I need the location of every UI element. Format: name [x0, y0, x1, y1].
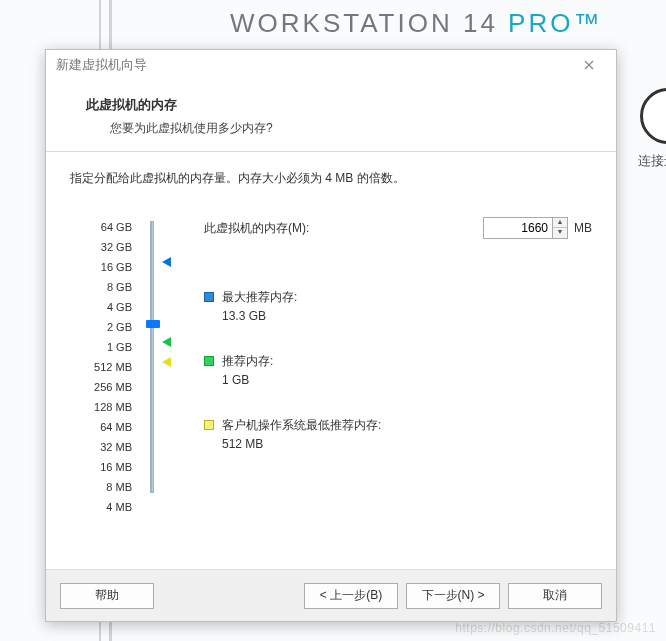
scale-tick: 32 GB	[70, 237, 138, 257]
memory-unit: MB	[574, 221, 592, 235]
help-button[interactable]: 帮助	[60, 583, 154, 609]
triangle-yellow-icon	[162, 357, 171, 367]
app-title-pro: PRO™	[508, 8, 602, 38]
memory-spinner: ▲ ▼ MB	[483, 217, 592, 239]
scale-tick: 1 GB	[70, 337, 138, 357]
memory-slider-thumb[interactable]	[146, 320, 160, 328]
cancel-button[interactable]: 取消	[508, 583, 602, 609]
dialog-titlebar[interactable]: 新建虚拟机向导	[46, 50, 616, 80]
marker-recommended	[162, 337, 171, 347]
rec-min-block: 客户机操作系统最低推荐内存: 512 MB	[204, 417, 592, 451]
scale-tick: 64 MB	[70, 417, 138, 437]
scale-tick: 64 GB	[70, 217, 138, 237]
connect-remote-label: 连接远	[638, 152, 666, 170]
memory-slider-track[interactable]	[144, 217, 194, 517]
watermark-text: https://blog.csdn.net/qq_51509411	[455, 621, 656, 635]
scale-tick: 16 MB	[70, 457, 138, 477]
header-subtitle: 您要为此虚拟机使用多少内存?	[110, 120, 592, 137]
memory-input-row: 此虚拟机的内存(M): ▲ ▼ MB	[204, 217, 592, 239]
memory-right-column: 此虚拟机的内存(M): ▲ ▼ MB 最	[194, 217, 592, 517]
triangle-blue-icon	[162, 257, 171, 267]
scale-tick: 16 GB	[70, 257, 138, 277]
triangle-green-icon	[162, 337, 171, 347]
memory-scale-labels: 64 GB32 GB16 GB8 GB4 GB2 GB1 GB512 MB256…	[70, 217, 138, 517]
dialog-body: 指定分配给此虚拟机的内存量。内存大小必须为 4 MB 的倍数。 64 GB32 …	[46, 152, 616, 569]
rec-max-label: 最大推荐内存:	[222, 289, 297, 306]
rec-def-value: 1 GB	[222, 373, 273, 387]
memory-spin-buttons: ▲ ▼	[553, 217, 568, 239]
instruction-text: 指定分配给此虚拟机的内存量。内存大小必须为 4 MB 的倍数。	[70, 170, 592, 187]
scale-tick: 128 MB	[70, 397, 138, 417]
dialog-header: 此虚拟机的内存 您要为此虚拟机使用多少内存?	[46, 80, 616, 152]
close-icon	[584, 60, 594, 70]
rec-min-label: 客户机操作系统最低推荐内存:	[222, 417, 381, 434]
marker-max	[162, 257, 171, 267]
next-button[interactable]: 下一步(N) >	[406, 583, 500, 609]
scale-tick: 8 GB	[70, 277, 138, 297]
memory-input[interactable]	[483, 217, 553, 239]
memory-spin-down[interactable]: ▼	[553, 228, 567, 238]
square-green-icon	[204, 356, 214, 366]
app-title: WORKSTATION 14 PRO™	[230, 8, 602, 39]
close-button[interactable]	[572, 53, 606, 77]
app-title-main: WORKSTATION 14	[230, 8, 508, 38]
dialog-title: 新建虚拟机向导	[56, 56, 147, 74]
scale-tick: 32 MB	[70, 437, 138, 457]
scale-tick: 8 MB	[70, 477, 138, 497]
marker-min	[162, 357, 171, 367]
memory-label: 此虚拟机的内存(M):	[204, 220, 309, 237]
scale-tick: 256 MB	[70, 377, 138, 397]
memory-area: 64 GB32 GB16 GB8 GB4 GB2 GB1 GB512 MB256…	[70, 217, 592, 517]
scale-tick: 2 GB	[70, 317, 138, 337]
header-title: 此虚拟机的内存	[86, 96, 592, 114]
rec-max-value: 13.3 GB	[222, 309, 297, 323]
scale-tick: 512 MB	[70, 357, 138, 377]
new-vm-wizard-dialog: 新建虚拟机向导 此虚拟机的内存 您要为此虚拟机使用多少内存? 指定分配给此虚拟机…	[45, 49, 617, 622]
memory-spin-up[interactable]: ▲	[553, 218, 567, 228]
dialog-footer: 帮助 < 上一步(B) 下一步(N) > 取消	[46, 569, 616, 621]
back-button[interactable]: < 上一步(B)	[304, 583, 398, 609]
rec-def-label: 推荐内存:	[222, 353, 273, 370]
memory-slider-rail	[150, 221, 154, 493]
rec-max-block: 最大推荐内存: 13.3 GB	[204, 289, 592, 323]
scale-tick: 4 GB	[70, 297, 138, 317]
app-background: WORKSTATION 14 PRO™ 连接远 https://blog.csd…	[0, 0, 666, 641]
square-blue-icon	[204, 292, 214, 302]
scale-tick: 4 MB	[70, 497, 138, 517]
rec-min-value: 512 MB	[222, 437, 381, 451]
rec-def-block: 推荐内存: 1 GB	[204, 353, 592, 387]
connect-remote-icon[interactable]	[640, 88, 666, 144]
square-yellow-icon	[204, 420, 214, 430]
